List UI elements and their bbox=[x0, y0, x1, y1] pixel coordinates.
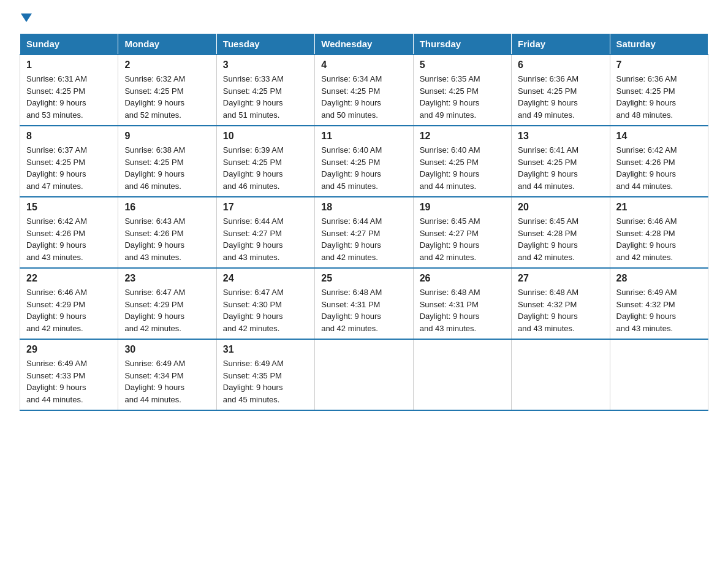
day-info: Sunrise: 6:40 AM Sunset: 4:25 PM Dayligh… bbox=[321, 144, 406, 192]
calendar-week-row: 8 Sunrise: 6:37 AM Sunset: 4:25 PM Dayli… bbox=[20, 126, 708, 197]
day-number: 1 bbox=[26, 59, 112, 71]
calendar-cell: 13 Sunrise: 6:41 AM Sunset: 4:25 PM Dayl… bbox=[512, 126, 610, 197]
day-info: Sunrise: 6:48 AM Sunset: 4:31 PM Dayligh… bbox=[420, 286, 505, 334]
calendar-week-row: 1 Sunrise: 6:31 AM Sunset: 4:25 PM Dayli… bbox=[20, 55, 708, 126]
day-number: 26 bbox=[420, 273, 505, 284]
day-info: Sunrise: 6:49 AM Sunset: 4:35 PM Dayligh… bbox=[223, 358, 308, 405]
day-info: Sunrise: 6:39 AM Sunset: 4:25 PM Dayligh… bbox=[223, 144, 308, 192]
day-number: 13 bbox=[518, 131, 603, 142]
calendar-week-row: 15 Sunrise: 6:42 AM Sunset: 4:26 PM Dayl… bbox=[20, 197, 708, 268]
day-info: Sunrise: 6:43 AM Sunset: 4:26 PM Dayligh… bbox=[124, 215, 210, 263]
day-number: 20 bbox=[518, 202, 603, 213]
day-number: 7 bbox=[616, 59, 702, 71]
weekday-header-row: SundayMondayTuesdayWednesdayThursdayFrid… bbox=[20, 34, 708, 55]
calendar-cell: 15 Sunrise: 6:42 AM Sunset: 4:26 PM Dayl… bbox=[20, 197, 118, 268]
day-info: Sunrise: 6:46 AM Sunset: 4:28 PM Dayligh… bbox=[616, 215, 702, 263]
day-info: Sunrise: 6:49 AM Sunset: 4:32 PM Dayligh… bbox=[616, 286, 702, 334]
day-number: 17 bbox=[223, 202, 308, 213]
calendar-cell bbox=[512, 339, 610, 410]
day-number: 10 bbox=[223, 131, 308, 142]
weekday-header-monday: Monday bbox=[118, 34, 216, 55]
calendar-cell: 7 Sunrise: 6:36 AM Sunset: 4:25 PM Dayli… bbox=[610, 55, 708, 126]
calendar-cell: 24 Sunrise: 6:47 AM Sunset: 4:30 PM Dayl… bbox=[216, 268, 314, 339]
day-number: 18 bbox=[321, 202, 406, 213]
calendar-cell: 18 Sunrise: 6:44 AM Sunset: 4:27 PM Dayl… bbox=[315, 197, 413, 268]
calendar-cell: 21 Sunrise: 6:46 AM Sunset: 4:28 PM Dayl… bbox=[610, 197, 708, 268]
calendar-cell bbox=[610, 339, 708, 410]
calendar-cell: 1 Sunrise: 6:31 AM Sunset: 4:25 PM Dayli… bbox=[20, 55, 118, 126]
day-number: 6 bbox=[518, 59, 603, 71]
day-info: Sunrise: 6:45 AM Sunset: 4:28 PM Dayligh… bbox=[518, 215, 603, 263]
calendar-cell: 29 Sunrise: 6:49 AM Sunset: 4:33 PM Dayl… bbox=[20, 339, 118, 410]
calendar-table: SundayMondayTuesdayWednesdayThursdayFrid… bbox=[20, 33, 708, 411]
day-info: Sunrise: 6:37 AM Sunset: 4:25 PM Dayligh… bbox=[26, 144, 112, 192]
day-info: Sunrise: 6:33 AM Sunset: 4:25 PM Dayligh… bbox=[223, 73, 308, 121]
day-number: 21 bbox=[616, 202, 702, 213]
day-info: Sunrise: 6:45 AM Sunset: 4:27 PM Dayligh… bbox=[420, 215, 505, 263]
day-number: 5 bbox=[420, 59, 505, 71]
calendar-cell: 14 Sunrise: 6:42 AM Sunset: 4:26 PM Dayl… bbox=[610, 126, 708, 197]
weekday-header-thursday: Thursday bbox=[413, 34, 511, 55]
page-header bbox=[20, 15, 708, 23]
calendar-cell: 2 Sunrise: 6:32 AM Sunset: 4:25 PM Dayli… bbox=[118, 55, 216, 126]
day-info: Sunrise: 6:31 AM Sunset: 4:25 PM Dayligh… bbox=[26, 73, 112, 121]
calendar-week-row: 22 Sunrise: 6:46 AM Sunset: 4:29 PM Dayl… bbox=[20, 268, 708, 339]
day-number: 29 bbox=[26, 344, 112, 355]
day-info: Sunrise: 6:36 AM Sunset: 4:25 PM Dayligh… bbox=[518, 73, 603, 121]
logo-triangle-icon bbox=[21, 13, 32, 22]
day-number: 8 bbox=[26, 131, 112, 142]
calendar-cell bbox=[315, 339, 413, 410]
weekday-header-sunday: Sunday bbox=[20, 34, 118, 55]
calendar-cell: 4 Sunrise: 6:34 AM Sunset: 4:25 PM Dayli… bbox=[315, 55, 413, 126]
logo bbox=[20, 15, 32, 23]
day-number: 24 bbox=[223, 273, 308, 284]
day-info: Sunrise: 6:48 AM Sunset: 4:32 PM Dayligh… bbox=[518, 286, 603, 334]
calendar-cell: 27 Sunrise: 6:48 AM Sunset: 4:32 PM Dayl… bbox=[512, 268, 610, 339]
day-number: 4 bbox=[321, 59, 406, 71]
day-number: 22 bbox=[26, 273, 112, 284]
calendar-cell: 6 Sunrise: 6:36 AM Sunset: 4:25 PM Dayli… bbox=[512, 55, 610, 126]
day-number: 23 bbox=[124, 273, 210, 284]
day-number: 16 bbox=[124, 202, 210, 213]
day-number: 25 bbox=[321, 273, 406, 284]
calendar-cell: 9 Sunrise: 6:38 AM Sunset: 4:25 PM Dayli… bbox=[118, 126, 216, 197]
calendar-cell: 12 Sunrise: 6:40 AM Sunset: 4:25 PM Dayl… bbox=[413, 126, 511, 197]
day-number: 3 bbox=[223, 59, 308, 71]
day-info: Sunrise: 6:40 AM Sunset: 4:25 PM Dayligh… bbox=[420, 144, 505, 192]
day-number: 11 bbox=[321, 131, 406, 142]
day-info: Sunrise: 6:47 AM Sunset: 4:30 PM Dayligh… bbox=[223, 286, 308, 334]
day-number: 30 bbox=[124, 344, 210, 355]
calendar-cell: 31 Sunrise: 6:49 AM Sunset: 4:35 PM Dayl… bbox=[216, 339, 314, 410]
day-info: Sunrise: 6:42 AM Sunset: 4:26 PM Dayligh… bbox=[616, 144, 702, 192]
day-info: Sunrise: 6:48 AM Sunset: 4:31 PM Dayligh… bbox=[321, 286, 406, 334]
calendar-cell: 3 Sunrise: 6:33 AM Sunset: 4:25 PM Dayli… bbox=[216, 55, 314, 126]
calendar-cell: 16 Sunrise: 6:43 AM Sunset: 4:26 PM Dayl… bbox=[118, 197, 216, 268]
day-info: Sunrise: 6:38 AM Sunset: 4:25 PM Dayligh… bbox=[124, 144, 210, 192]
day-info: Sunrise: 6:32 AM Sunset: 4:25 PM Dayligh… bbox=[124, 73, 210, 121]
weekday-header-saturday: Saturday bbox=[610, 34, 708, 55]
calendar-cell bbox=[413, 339, 511, 410]
day-number: 9 bbox=[124, 131, 210, 142]
calendar-cell: 11 Sunrise: 6:40 AM Sunset: 4:25 PM Dayl… bbox=[315, 126, 413, 197]
calendar-cell: 26 Sunrise: 6:48 AM Sunset: 4:31 PM Dayl… bbox=[413, 268, 511, 339]
calendar-cell: 30 Sunrise: 6:49 AM Sunset: 4:34 PM Dayl… bbox=[118, 339, 216, 410]
day-number: 28 bbox=[616, 273, 702, 284]
day-info: Sunrise: 6:41 AM Sunset: 4:25 PM Dayligh… bbox=[518, 144, 603, 192]
calendar-cell: 17 Sunrise: 6:44 AM Sunset: 4:27 PM Dayl… bbox=[216, 197, 314, 268]
day-number: 2 bbox=[124, 59, 210, 71]
weekday-header-friday: Friday bbox=[512, 34, 610, 55]
day-info: Sunrise: 6:42 AM Sunset: 4:26 PM Dayligh… bbox=[26, 215, 112, 263]
day-number: 14 bbox=[616, 131, 702, 142]
weekday-header-wednesday: Wednesday bbox=[315, 34, 413, 55]
weekday-header-tuesday: Tuesday bbox=[216, 34, 314, 55]
day-info: Sunrise: 6:34 AM Sunset: 4:25 PM Dayligh… bbox=[321, 73, 406, 121]
day-info: Sunrise: 6:46 AM Sunset: 4:29 PM Dayligh… bbox=[26, 286, 112, 334]
day-info: Sunrise: 6:49 AM Sunset: 4:34 PM Dayligh… bbox=[124, 358, 210, 405]
calendar-week-row: 29 Sunrise: 6:49 AM Sunset: 4:33 PM Dayl… bbox=[20, 339, 708, 410]
day-number: 27 bbox=[518, 273, 603, 284]
day-number: 15 bbox=[26, 202, 112, 213]
calendar-cell: 22 Sunrise: 6:46 AM Sunset: 4:29 PM Dayl… bbox=[20, 268, 118, 339]
calendar-cell: 8 Sunrise: 6:37 AM Sunset: 4:25 PM Dayli… bbox=[20, 126, 118, 197]
day-info: Sunrise: 6:35 AM Sunset: 4:25 PM Dayligh… bbox=[420, 73, 505, 121]
day-info: Sunrise: 6:36 AM Sunset: 4:25 PM Dayligh… bbox=[616, 73, 702, 121]
